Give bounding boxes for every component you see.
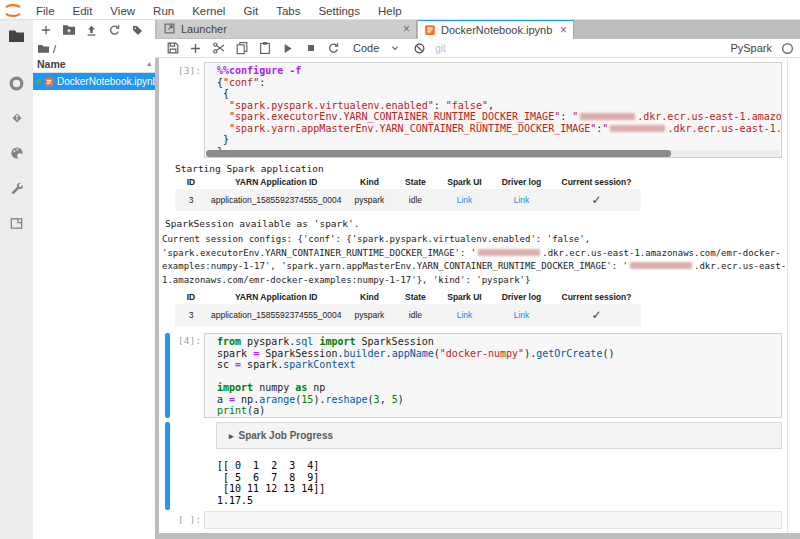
menu-kernel[interactable]: Kernel xyxy=(183,5,234,17)
spark-session-available-text: SparkSession available as 'spark'. xyxy=(165,218,359,229)
notebook-file-icon xyxy=(44,77,54,87)
cell4-editor[interactable]: from pyspark.sql import SparkSessionspar… xyxy=(204,333,782,418)
code-line: {"conf": xyxy=(217,77,781,89)
table-header: Kind xyxy=(345,175,393,189)
breadcrumb[interactable]: / xyxy=(33,41,155,56)
table-header: Current session? xyxy=(551,290,641,304)
menu-run[interactable]: Run xyxy=(144,5,183,17)
tag-icon[interactable] xyxy=(130,23,145,38)
spark-session-table-1: IDYARN Application IDKindStateSpark UIDr… xyxy=(175,175,641,211)
stop-button[interactable] xyxy=(299,41,322,56)
sort-asc-icon[interactable]: ▴ xyxy=(147,60,151,68)
stream-output-line: [ 5 6 7 8 9] xyxy=(217,472,325,484)
activity-git-icon[interactable] xyxy=(7,108,27,128)
table-row: 3application_1585592374555_0004pysparkid… xyxy=(175,304,641,326)
tab-label: DockerNotebook.ipynb xyxy=(441,24,554,36)
kernel-name[interactable]: PySpark xyxy=(730,42,772,54)
menu-view[interactable]: View xyxy=(101,5,144,17)
code-line: spark = SparkSession.builder.appName("do… xyxy=(217,348,781,360)
table-header: Kind xyxy=(345,290,393,304)
table-header: Spark UI xyxy=(437,290,491,304)
new-launcher-icon[interactable] xyxy=(38,23,53,38)
code-line: 'spark.executorEnv.YARN_CONTAINER_RUNTIM… xyxy=(162,247,786,261)
table-header: State xyxy=(393,175,437,189)
chevron-down-icon[interactable] xyxy=(389,42,403,54)
cut-button[interactable] xyxy=(207,41,230,56)
code-line: print(np.__version__) xyxy=(217,417,781,419)
close-icon[interactable]: × xyxy=(403,24,410,34)
tab-label: Launcher xyxy=(181,23,397,35)
table-cell: pyspark xyxy=(345,189,393,211)
spark-job-progress-toggle[interactable]: ▸ Spark Job Progress xyxy=(216,422,782,449)
activity-wrench-icon[interactable] xyxy=(7,178,27,198)
cell4-output-collapser[interactable] xyxy=(165,422,170,510)
code-line: import numpy as np xyxy=(217,382,781,394)
close-icon[interactable]: × xyxy=(560,25,567,35)
file-browser-toolbar xyxy=(33,19,155,41)
cell3-horizontal-scrollbar[interactable] xyxy=(206,150,780,157)
activity-files-icon[interactable] xyxy=(7,26,27,46)
add-button[interactable] xyxy=(184,41,207,56)
menu-file[interactable]: File xyxy=(27,5,64,17)
tab-launcher[interactable]: Launcher× xyxy=(157,19,417,38)
restart-button[interactable] xyxy=(322,41,345,56)
menu-git[interactable]: Git xyxy=(234,5,267,17)
cell3-prompt: [3]: xyxy=(159,65,201,76)
git-toolbar-label: git xyxy=(435,43,446,54)
cell4-stream-output: [[ 0 1 2 3 4] [ 5 6 7 8 9] [10 11 12 13 … xyxy=(217,460,325,507)
stream-output-line: 1.17.5 xyxy=(217,495,325,507)
interrupt-ban-icon[interactable] xyxy=(409,42,429,55)
folder-icon xyxy=(37,43,50,54)
table-header: ID xyxy=(175,290,207,304)
code-line: "spark.yarn.appMasterEnv.YARN_CONTAINER_… xyxy=(217,123,781,135)
table-header: Driver log xyxy=(491,290,551,304)
activity-palette-icon[interactable] xyxy=(7,143,27,163)
table-cell: application_1585592374555_0004 xyxy=(207,304,345,326)
table-header: Current session? xyxy=(551,175,641,189)
menu-help[interactable]: Help xyxy=(369,5,411,17)
save-button[interactable] xyxy=(161,41,184,56)
file-list-header[interactable]: Name ▴ xyxy=(33,56,155,73)
menu-bar: FileEditViewRunKernelGitTabsSettingsHelp xyxy=(0,0,800,20)
file-item-dockernotebook[interactable]: DockerNotebook.ipynb xyxy=(33,73,155,90)
table-cell[interactable]: Link xyxy=(491,304,551,326)
refresh-icon[interactable] xyxy=(107,23,122,38)
cell-type-dropdown[interactable]: Code xyxy=(353,42,379,54)
table-cell: 3 xyxy=(175,189,207,211)
empty-cell-editor[interactable] xyxy=(204,511,782,529)
cell4-prompt: [4]: xyxy=(159,335,201,346)
main-dock: Launcher×DockerNotebook.ipynb× CodegitPy… xyxy=(155,19,800,539)
table-cell: application_1585592374555_0004 xyxy=(207,189,345,211)
table-cell[interactable]: Link xyxy=(437,304,491,326)
jupyterlab-window: FileEditViewRunKernelGitTabsSettingsHelp… xyxy=(0,0,800,539)
copy-button[interactable] xyxy=(230,41,253,56)
new-folder-icon[interactable] xyxy=(61,23,76,38)
notebook-toolbar: CodegitPySpark xyxy=(155,39,800,58)
menu-edit[interactable]: Edit xyxy=(64,5,102,17)
notebook-scrollbar-gutter[interactable] xyxy=(787,58,800,533)
upload-icon[interactable] xyxy=(84,23,99,38)
menu-settings[interactable]: Settings xyxy=(309,5,369,17)
spark-session-table: IDYARN Application IDKindStateSpark UIDr… xyxy=(175,290,641,326)
breadcrumb-root[interactable]: / xyxy=(53,43,56,55)
table-header: Spark UI xyxy=(437,175,491,189)
file-name: DockerNotebook.ipynb xyxy=(57,76,155,87)
cell3-editor[interactable]: %%configure -f{"conf": { "spark.pyspark.… xyxy=(204,62,782,158)
table-cell[interactable]: Link xyxy=(437,189,491,211)
table-cell: ✓ xyxy=(551,304,641,326)
tab-dockernotebook-ipynb[interactable]: DockerNotebook.ipynb× xyxy=(418,19,574,39)
paste-button[interactable] xyxy=(253,41,276,56)
activity-open-tabs-icon[interactable] xyxy=(7,213,27,233)
file-browser-panel: / Name ▴ DockerNotebook.ipynb xyxy=(33,19,155,539)
run-button[interactable] xyxy=(276,41,299,56)
code-line: examples:numpy-1-17', 'spark.yarn.appMas… xyxy=(162,260,786,274)
code-line: print(a) xyxy=(217,405,781,417)
table-cell[interactable]: Link xyxy=(491,189,551,211)
table-cell: idle xyxy=(393,189,437,211)
menu-tabs[interactable]: Tabs xyxy=(267,5,309,17)
code-line: from pyspark.sql import SparkSession xyxy=(217,336,781,348)
scrollbar-thumb[interactable] xyxy=(206,150,671,157)
activity-running-sessions-icon[interactable] xyxy=(7,73,27,93)
redacted-account-id xyxy=(610,125,665,132)
stream-output-line: [10 11 12 13 14]] xyxy=(217,483,325,495)
